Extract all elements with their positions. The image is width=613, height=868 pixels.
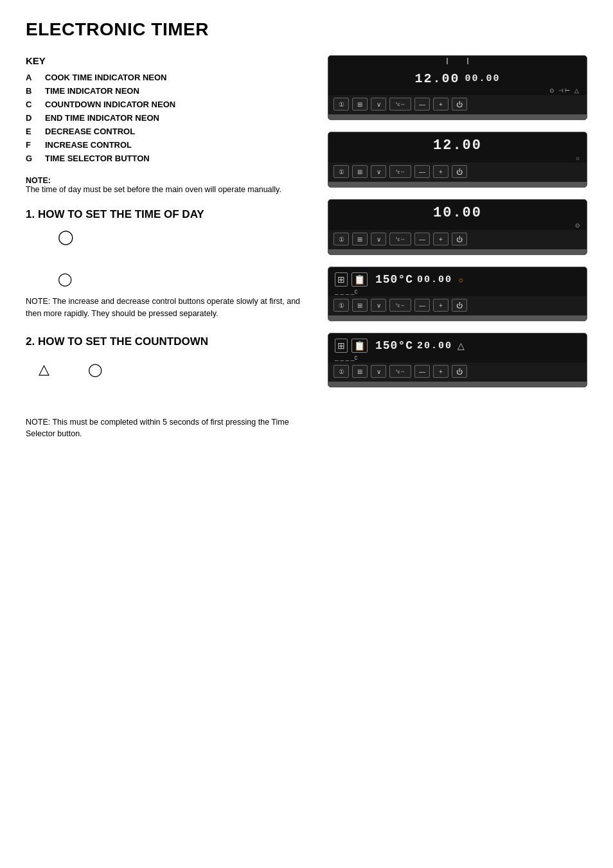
key-item-f: F INCREASE CONTROL [26,140,315,150]
ctrl-btn-power-2[interactable]: ① [333,165,349,178]
panel-1-time-secondary: 00.00 [465,73,501,84]
ctrl-btn-onoff-3[interactable]: ⏻ [452,233,467,245]
ctrl-btn-power-4[interactable]: ① [333,299,349,312]
ctrl-btn-onoff-2[interactable]: ⏻ [452,165,467,178]
ctrl-btn-onoff-4[interactable]: ⏻ [452,299,467,312]
panel-2-time-main: 12.00 [433,137,482,154]
page-title: ELECTRONIC TIMER [26,19,587,40]
panel-5-controls: ① ⊞ ∨ °c↔ — + ⏻ [328,362,587,382]
key-item-d: D END TIME INDICATOR NEON [26,113,315,123]
ctrl-btn-down-2[interactable]: ∨ [371,165,386,178]
section2-heading: 2. HOW TO SET THE COUNTDOWN [26,335,315,348]
panel-4-time: 00.00 [417,274,452,285]
panel-4-icon-left: ⊞ [335,272,348,287]
ctrl-btn-plus-1[interactable]: + [433,98,449,111]
note-block: NOTE: The time of day must be set before… [26,176,315,194]
ctrl-btn-temp-1[interactable]: °c↔ [389,98,411,111]
panel-4-book-icon: 📋 [351,272,368,287]
panel-3-display: 10.00 [328,200,587,222]
panel-1-display: 12.00 00.00 [328,66,587,87]
ctrl-btn-minus-3[interactable]: — [414,233,430,245]
key-label-a: COOK TIME INDICATOR NEON [45,73,166,82]
panel-3-grey-bar [328,249,587,254]
panel-1: 12.00 00.00 ⊙ ⊣⊢ △ ① ⊞ ∨ °c↔ — + ⏻ [328,55,587,120]
key-item-e: E DECREASE CONTROL [26,127,315,136]
ctrl-btn-plus-5[interactable]: + [433,365,449,378]
ctrl-btn-temp-4[interactable]: °c↔ [389,299,411,312]
ctrl-btn-onoff-5[interactable]: ⏻ [452,365,467,378]
left-column: KEY A COOK TIME INDICATOR NEON B TIME IN… [26,55,315,440]
panel-1-top-bar [328,56,587,66]
ctrl-btn-minus-1[interactable]: — [414,98,430,111]
ctrl-btn-temp-5[interactable]: °c↔ [389,365,411,378]
panel-4-grey-bar [328,315,587,321]
key-label-f: INCREASE CONTROL [45,140,132,150]
right-column: 12.00 00.00 ⊙ ⊣⊢ △ ① ⊞ ∨ °c↔ — + ⏻ 12.00 [328,55,587,440]
panel-5-temp: 150°C [375,339,413,352]
key-item-b: B TIME INDICATOR NEON [26,86,315,96]
ctrl-btn-grid-3[interactable]: ⊞ [352,233,368,245]
key-letter-d: D [26,113,37,123]
ctrl-btn-grid-1[interactable]: ⊞ [352,98,368,111]
panel-5-display: ⊞ 📋 150°C 20.00 △ [328,333,587,354]
panel-4: ⊞ 📋 150°C 00.00 ☼ _ _ _ _c ① ⊞ ∨ °c↔ — +… [328,267,587,321]
ctrl-btn-plus-2[interactable]: + [433,165,449,178]
ctrl-btn-power-1[interactable]: ① [333,98,349,111]
ctrl-btn-power-3[interactable]: ① [333,233,349,245]
ctrl-btn-power-5[interactable]: ① [333,365,349,378]
ctrl-btn-grid-2[interactable]: ⊞ [352,165,368,178]
key-label-c: COUNTDOWN INDICATOR NEON [45,100,175,109]
key-label-g: TIME SELECTOR BUTTON [45,154,150,163]
note-label: NOTE: [26,176,51,185]
panel-1-indicator-symbols: ⊙ ⊣⊢ △ [549,87,580,94]
ctrl-btn-minus-2[interactable]: — [414,165,430,178]
ctrl-btn-down-5[interactable]: ∨ [371,365,386,378]
key-item-c: C COUNTDOWN INDICATOR NEON [26,100,315,109]
panel-3-controls: ① ⊞ ∨ °c↔ — + ⏻ [328,230,587,249]
panel-2-indicator-symbols: ☼ [575,155,580,161]
ctrl-btn-minus-4[interactable]: — [414,299,430,312]
ctrl-btn-grid-4[interactable]: ⊞ [352,299,368,312]
ctrl-btn-down-1[interactable]: ∨ [371,98,386,111]
key-letter-a: A [26,73,37,82]
panel-5-icon-left: ⊞ [335,339,348,353]
panel-5-book-icon: 📋 [351,339,368,353]
panel-4-controls: ① ⊞ ∨ °c↔ — + ⏻ [328,296,587,315]
key-heading: KEY [26,55,315,66]
ctrl-btn-onoff-1[interactable]: ⏻ [452,98,467,111]
panel-5-time: 20.00 [417,341,452,351]
panel-3-indicator-symbols: ⊙ [575,222,580,229]
ctrl-btn-down-3[interactable]: ∨ [371,233,386,245]
ctrl-btn-grid-5[interactable]: ⊞ [352,365,368,378]
key-letter-c: C [26,100,37,109]
panel-4-temp: 150°C [375,273,413,286]
section2: 2. HOW TO SET THE COUNTDOWN △ ◯ NOTE: Th… [26,335,315,441]
panel-2: 12.00 ☼ ① ⊞ ∨ °c↔ — + ⏻ [328,132,587,188]
panel-2-display: 12.00 [328,132,587,155]
panel-4-display: ⊞ 📋 150°C 00.00 ☼ [328,267,587,288]
note-5seconds: NOTE: This must be completed within 5 se… [26,416,315,441]
key-section: KEY A COOK TIME INDICATOR NEON B TIME IN… [26,55,315,194]
section1: 1. HOW TO SET THE TIME OF DAY ◯ ◯ NOTE: … [26,208,315,320]
section1-heading: 1. HOW TO SET THE TIME OF DAY [26,208,315,221]
key-label-e: DECREASE CONTROL [45,127,135,136]
panel-5-grey-bar [328,382,587,387]
ctrl-btn-temp-2[interactable]: °c↔ [389,165,411,178]
panel-5: ⊞ 📋 150°C 20.00 △ _ _ _ _c ① ⊞ ∨ °c↔ — +… [328,333,587,387]
panel-5-triangle-indicator: △ [458,341,465,351]
note-increase-decrease: NOTE: The increase and decrease control … [26,296,315,320]
panel-1-controls: ① ⊞ ∨ °c↔ — + ⏻ [328,95,587,114]
note-text: The time of day must be set before the m… [26,185,281,194]
panel-2-grey-bar [328,182,587,187]
selector-icon-2: ◯ [58,271,315,287]
key-item-g: G TIME SELECTOR BUTTON [26,154,315,163]
ctrl-btn-down-4[interactable]: ∨ [371,299,386,312]
ctrl-btn-minus-5[interactable]: — [414,365,430,378]
key-item-a: A COOK TIME INDICATOR NEON [26,73,315,82]
panel-4-neon-indicator: ☼ [458,276,464,283]
panel-1-time-main: 12.00 [414,71,459,86]
panel-5-dashes: _ _ _ _c [335,354,358,361]
ctrl-btn-plus-3[interactable]: + [433,233,449,245]
ctrl-btn-temp-3[interactable]: °c↔ [389,233,411,245]
ctrl-btn-plus-4[interactable]: + [433,299,449,312]
